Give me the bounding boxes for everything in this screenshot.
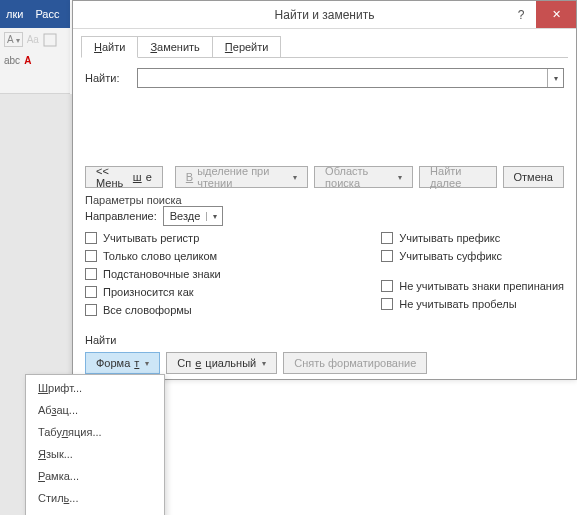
- chevron-down-icon: ▾: [206, 212, 222, 221]
- find-replace-dialog: Найти и заменить ? ✕ Найти Заменить Пере…: [72, 0, 577, 380]
- menu-highlight[interactable]: Выделение цветом: [26, 509, 164, 515]
- menu-paragraph[interactable]: Абзац...: [26, 399, 164, 421]
- cancel-button[interactable]: Отмена: [503, 166, 564, 188]
- clear-formatting-button[interactable]: Снять форматирование: [283, 352, 427, 374]
- special-button[interactable]: Специальный▾: [166, 352, 277, 374]
- menu-style[interactable]: Стиль...: [26, 487, 164, 509]
- tab-replace[interactable]: Заменить: [137, 36, 212, 58]
- help-button[interactable]: ?: [506, 1, 536, 28]
- font-color-icon[interactable]: A: [24, 55, 31, 66]
- chk-whole-word[interactable]: Только слово целиком: [85, 250, 221, 262]
- menu-font[interactable]: Шрифт...: [26, 377, 164, 399]
- direction-label: Направление:: [85, 210, 157, 222]
- find-label: Найти:: [85, 72, 129, 84]
- reading-highlight-button[interactable]: Выделение при чтении▾: [175, 166, 308, 188]
- chk-suffix[interactable]: Учитывать суффикс: [381, 250, 564, 262]
- find-input[interactable]: ▾: [137, 68, 564, 88]
- font-placeholder: Aa: [27, 34, 39, 45]
- less-button[interactable]: << Меньше: [85, 166, 163, 188]
- svg-rect-0: [44, 34, 56, 46]
- format-button[interactable]: Формат▾: [85, 352, 160, 374]
- chk-word-forms[interactable]: Все словоформы: [85, 304, 221, 316]
- font-size-shrink-icon[interactable]: A▾: [4, 32, 23, 47]
- find-section-label: Найти: [85, 334, 564, 346]
- close-button[interactable]: ✕: [536, 1, 576, 28]
- find-next-button[interactable]: Найти далее: [419, 166, 496, 188]
- chk-prefix[interactable]: Учитывать префикс: [381, 232, 564, 244]
- chk-ignore-space[interactable]: Не учитывать пробелы: [381, 298, 564, 310]
- format-menu: Шрифт... Абзац... Табуляция... Язык... Р…: [25, 374, 165, 515]
- tab-goto[interactable]: Перейти: [212, 36, 282, 58]
- chk-ignore-punct[interactable]: Не учитывать знаки препинания: [381, 280, 564, 292]
- ribbon-tab-references[interactable]: лки: [0, 8, 29, 20]
- strike-icon[interactable]: abc: [4, 55, 20, 66]
- menu-frame[interactable]: Рамка...: [26, 465, 164, 487]
- menu-tabs[interactable]: Табуляция...: [26, 421, 164, 443]
- chk-sounds-like[interactable]: Произносится как: [85, 286, 221, 298]
- titlebar: Найти и заменить ? ✕: [73, 1, 576, 29]
- dialog-title: Найти и заменить: [275, 8, 375, 22]
- chk-match-case[interactable]: Учитывать регистр: [85, 232, 221, 244]
- options-label: Параметры поиска: [85, 194, 564, 206]
- tab-find[interactable]: Найти: [81, 36, 138, 58]
- chk-wildcards[interactable]: Подстановочные знаки: [85, 268, 221, 280]
- direction-select[interactable]: Везде ▾: [163, 206, 224, 226]
- ribbon-body: A▾ Aa abc A: [0, 28, 70, 94]
- ribbon-tabstrip: лки Расс: [0, 0, 70, 28]
- clear-format-icon[interactable]: [43, 33, 57, 47]
- ribbon-tab-mailings[interactable]: Расс: [29, 8, 65, 20]
- search-in-button[interactable]: Область поиска▾: [314, 166, 413, 188]
- menu-language[interactable]: Язык...: [26, 443, 164, 465]
- dialog-tabs: Найти Заменить Перейти: [73, 29, 576, 57]
- find-input-dropdown[interactable]: ▾: [547, 69, 563, 87]
